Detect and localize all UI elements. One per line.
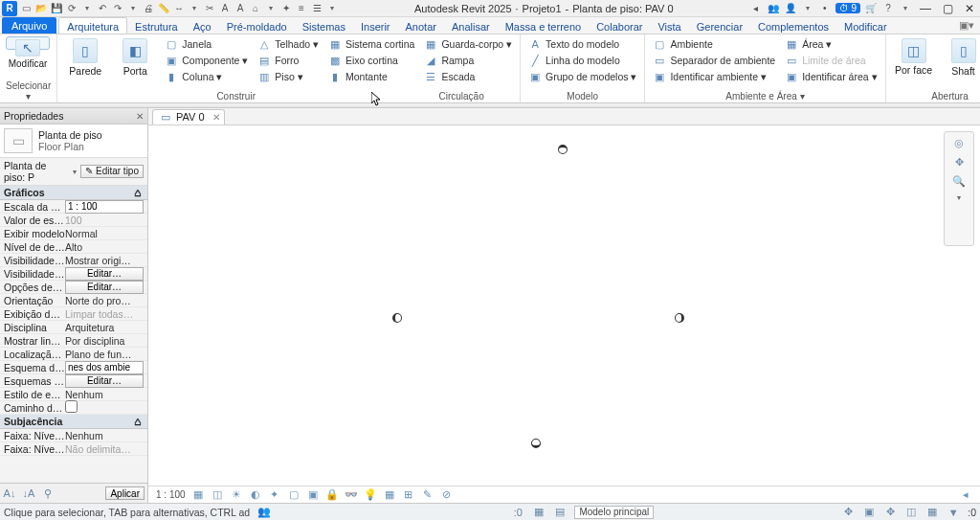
- filter-icon[interactable]: ☰: [310, 2, 323, 15]
- property-value[interactable]: Editar…: [65, 267, 144, 281]
- cart-icon[interactable]: 🛒: [864, 2, 878, 15]
- property-row[interactable]: Localização …Plano de fun…: [0, 348, 147, 361]
- property-value[interactable]: Por disciplina: [65, 335, 144, 347]
- curtain-system-button[interactable]: ▦Sistema cortina: [326, 36, 416, 52]
- worksharing-icon[interactable]: ▦: [383, 488, 396, 502]
- property-row[interactable]: Esquemas d…Editar…: [0, 374, 147, 388]
- status-face-select-icon[interactable]: ◫: [904, 506, 918, 519]
- undo-icon[interactable]: ↶: [96, 2, 109, 15]
- property-row[interactable]: Mostrar linh…Por disciplina: [0, 334, 147, 348]
- stair-button[interactable]: ☰Escada: [422, 69, 514, 84]
- mullion-button[interactable]: ▮Montante: [326, 69, 416, 84]
- full-nav-wheel-icon[interactable]: ◎: [952, 136, 966, 149]
- type-selector[interactable]: ▭ Planta de piso Floor Plan: [0, 124, 147, 158]
- sort-desc-icon[interactable]: ↓A: [22, 486, 35, 500]
- area-button[interactable]: ▦Área ▾: [783, 36, 879, 52]
- scroll-left-icon[interactable]: ◂: [959, 488, 972, 502]
- property-row[interactable]: Caminho d…: [0, 401, 147, 415]
- property-row[interactable]: Exibir modeloNormal: [0, 227, 147, 240]
- property-row[interactable]: Opções de e…Editar…: [0, 281, 147, 294]
- category-underlay[interactable]: Subjacência⩟: [0, 415, 147, 429]
- property-row[interactable]: Visibilidade/…Editar…: [0, 267, 147, 281]
- tab-manage[interactable]: Gerenciar: [689, 17, 750, 34]
- property-row[interactable]: OrientaçãoNorte do pro…: [0, 294, 147, 307]
- visual-style-icon[interactable]: ◫: [211, 488, 224, 502]
- wall-button[interactable]: ▯ Parede: [63, 36, 107, 91]
- sun-path-icon[interactable]: ☀: [230, 488, 243, 502]
- elevation-marker-west[interactable]: [392, 313, 402, 323]
- close-tab-icon[interactable]: ✕: [212, 112, 220, 123]
- panel-select-label[interactable]: Selecionar ▾: [6, 80, 51, 102]
- sync-icon[interactable]: ⟳: [65, 2, 78, 15]
- status-select-pinned-icon[interactable]: ✥: [841, 506, 855, 519]
- property-row[interactable]: Nível de det…Alto: [0, 240, 147, 254]
- property-value[interactable]: [65, 400, 144, 415]
- print-icon[interactable]: 🖨: [142, 2, 155, 15]
- tab-view[interactable]: Vista: [650, 17, 688, 34]
- edit-button[interactable]: Editar…: [65, 374, 144, 388]
- modify-button[interactable]: ↖ Modificar: [6, 36, 50, 50]
- tab-precast[interactable]: Pré-moldado: [219, 17, 295, 34]
- design-option-select[interactable]: Modelo principal: [574, 506, 654, 519]
- section-icon[interactable]: ✂: [203, 2, 216, 15]
- shaft-button[interactable]: ▯ Shaft: [942, 36, 980, 91]
- property-row[interactable]: DisciplinaArquitetura: [0, 321, 147, 334]
- property-value[interactable]: [65, 200, 144, 214]
- highlight-icon[interactable]: ✎: [421, 488, 434, 502]
- room-button[interactable]: ▢Ambiente: [651, 36, 777, 52]
- text-icon[interactable]: A: [234, 2, 247, 15]
- status-filter-label[interactable]: :0: [968, 507, 976, 518]
- measure-icon[interactable]: 📏: [157, 2, 170, 15]
- apply-button[interactable]: Aplicar: [105, 486, 145, 500]
- match-icon[interactable]: A: [218, 2, 232, 15]
- temp-hide-icon[interactable]: 👓: [345, 488, 358, 502]
- property-value[interactable]: Editar…: [65, 374, 144, 388]
- pan-icon[interactable]: ✥: [952, 155, 966, 169]
- elevation-marker-east[interactable]: [675, 313, 684, 323]
- property-row[interactable]: Estilo de exi…Nenhum: [0, 388, 147, 401]
- property-value[interactable]: Nenhum: [65, 430, 144, 441]
- shadows-icon[interactable]: ◐: [249, 488, 262, 502]
- tab-collab[interactable]: Colaborar: [589, 17, 650, 34]
- tab-architecture[interactable]: Arquitetura: [58, 17, 127, 34]
- reveal-constraints-icon[interactable]: ⊘: [440, 488, 454, 502]
- tag-room-button[interactable]: ▣Identificar ambiente ▾: [651, 69, 777, 84]
- elevation-marker-north[interactable]: [558, 145, 568, 154]
- instance-selector[interactable]: Planta de piso: P: [4, 160, 69, 183]
- revit-logo-icon[interactable]: R: [2, 1, 17, 16]
- property-value[interactable]: Plano de fun…: [65, 349, 144, 360]
- view-scale[interactable]: 1 : 100: [156, 489, 186, 500]
- panel-room-area-label[interactable]: Ambiente e Área ▾: [651, 91, 879, 102]
- zoom-icon[interactable]: 🔍: [952, 174, 966, 188]
- property-value[interactable]: Arquitetura: [65, 322, 144, 333]
- filter-icon[interactable]: ⚲: [41, 486, 55, 500]
- crop-view-icon[interactable]: ▢: [287, 488, 301, 502]
- edit-button[interactable]: Editar…: [65, 267, 144, 281]
- tag-icon[interactable]: ✦: [279, 2, 293, 15]
- rendering-icon[interactable]: ✦: [268, 488, 281, 502]
- dropdown-icon[interactable]: ▾: [957, 193, 961, 202]
- tab-modify[interactable]: Modificar: [836, 17, 895, 34]
- notifications-badge[interactable]: ⏱ 9: [835, 3, 860, 13]
- property-value[interactable]: [65, 361, 144, 374]
- value-input[interactable]: [65, 200, 144, 214]
- threeD-icon[interactable]: ≡: [295, 2, 308, 15]
- help-icon[interactable]: ?: [881, 2, 895, 15]
- property-value[interactable]: Mostrar origi…: [65, 255, 144, 266]
- status-select-underlay-icon[interactable]: ▣: [862, 506, 876, 519]
- tab-steel[interactable]: Aço: [186, 17, 219, 34]
- dropdown-icon[interactable]: ▾: [188, 2, 201, 15]
- model-group-button[interactable]: ▣Grupo de modelos ▾: [526, 69, 638, 84]
- ribbon-collapse-icon[interactable]: ▣▾: [953, 17, 980, 34]
- home-icon[interactable]: ⌂: [249, 2, 262, 15]
- status-drag-icon[interactable]: ✥: [883, 506, 897, 519]
- tab-structure[interactable]: Estrutura: [127, 17, 186, 34]
- status-worksets-icon[interactable]: 👥: [257, 506, 271, 519]
- category-graphics[interactable]: Gráficos⩟: [0, 186, 147, 200]
- property-value[interactable]: 100: [65, 215, 144, 226]
- ceiling-button[interactable]: ▤Forro: [256, 53, 321, 68]
- property-value[interactable]: Não delimita…: [65, 443, 144, 455]
- property-value[interactable]: Limpar todas…: [65, 308, 144, 320]
- status-background-icon[interactable]: ▦: [925, 506, 939, 519]
- lock-3d-icon[interactable]: 🔒: [325, 488, 339, 502]
